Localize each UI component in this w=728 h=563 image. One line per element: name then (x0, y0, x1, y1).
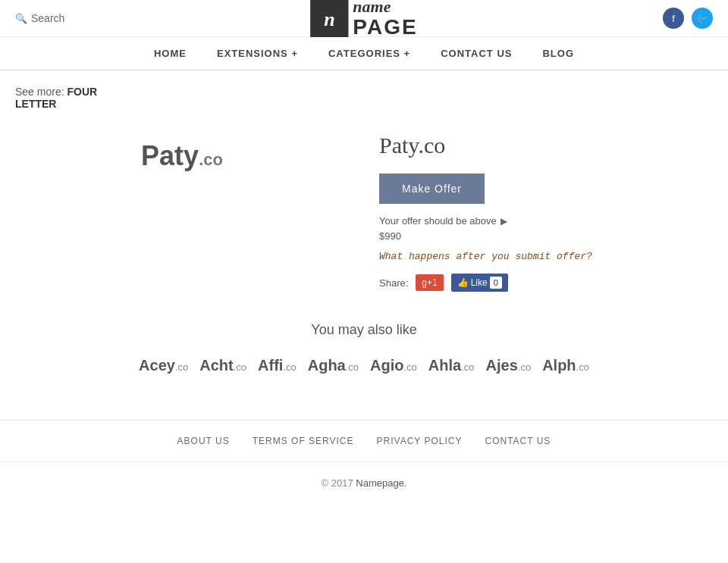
arrow-icon: ▶ (500, 216, 507, 227)
logo-name-text: name (353, 0, 417, 16)
offer-price: $990 (379, 230, 713, 242)
footer-nav: ABOUT US TERMS OF SERVICE PRIVACY POLICY… (0, 421, 728, 462)
twitter-bird-icon: 🐦 (696, 13, 708, 24)
nav-item-home[interactable]: HOME (154, 48, 187, 59)
domain-info: Paty.co Make Offer Your offer should be … (379, 125, 713, 292)
search-label: Search (31, 12, 64, 24)
list-item[interactable]: Acht.co (199, 357, 246, 374)
thumb-icon: 👍 (457, 277, 469, 288)
footer-namepage-link[interactable]: Namepage. (356, 477, 406, 489)
offer-hint: Your offer should be above ▶ (379, 215, 713, 227)
facebook-icon[interactable]: f (663, 8, 684, 29)
logo-icon: n (310, 0, 348, 37)
list-item[interactable]: Affi.co (258, 357, 297, 374)
search-icon: 🔍 (15, 13, 27, 24)
footer-about-us[interactable]: ABOUT US (177, 436, 230, 446)
footer-privacy[interactable]: PRIVACY POLICY (377, 436, 463, 446)
list-item[interactable]: Acey.co (139, 357, 188, 374)
nav-item-extensions[interactable]: EXTENSIONS + (217, 48, 298, 59)
main-nav: HOME EXTENSIONS + CATEGORIES + CONTACT U… (0, 37, 728, 70)
list-item[interactable]: Agio.co (370, 357, 417, 374)
see-more-label: See more: (15, 86, 64, 98)
logo[interactable]: n name PAGE (310, 0, 417, 39)
google-plus-button[interactable]: g+1 (416, 274, 443, 291)
footer-contact[interactable]: CONTACT US (485, 436, 551, 446)
also-like-title: You may also like (15, 322, 713, 338)
also-like-section: You may also like Acey.co Acht.co Affi.c… (15, 322, 713, 374)
nav-item-contact[interactable]: CONTACT US (441, 48, 512, 59)
facebook-like-button[interactable]: 👍 Like 0 (451, 274, 508, 292)
list-item[interactable]: Alph.co (542, 357, 589, 374)
domain-section: Paty.co Paty.co Make Offer Your offer sh… (15, 125, 713, 292)
list-item[interactable]: Agha.co (308, 357, 359, 374)
svg-text:n: n (324, 8, 334, 30)
social-links: f 🐦 (663, 8, 713, 29)
fb-count: 0 (490, 277, 502, 289)
header: 🔍 Search n name PAGE f 🐦 (0, 0, 728, 37)
footer: ABOUT US TERMS OF SERVICE PRIVACY POLICY… (0, 421, 728, 504)
twitter-icon[interactable]: 🐦 (692, 8, 713, 29)
nav-item-blog[interactable]: BLOG (542, 48, 574, 59)
domain-title: Paty.co (379, 133, 713, 158)
domain-cards: Acey.co Acht.co Affi.co Agha.co Agio.co … (15, 357, 713, 374)
nav-item-categories[interactable]: CATEGORIES + (328, 48, 410, 59)
logo-page-text: PAGE (353, 16, 417, 39)
share-label: Share: (379, 277, 408, 289)
footer-terms[interactable]: TERMS OF SERVICE (253, 436, 354, 446)
domain-logo-area: Paty.co (15, 125, 349, 292)
main-content: See more: FOUR LETTER Paty.co Paty.co Ma… (0, 70, 728, 405)
share-row: Share: g+1 👍 Like 0 (379, 274, 713, 292)
search-button[interactable]: 🔍 Search (15, 12, 64, 24)
breadcrumb: See more: FOUR LETTER (15, 86, 713, 110)
submit-offer-link[interactable]: What happens after you submit offer? (379, 251, 592, 262)
domain-logo-display: Paty.co (141, 140, 223, 172)
list-item[interactable]: Ajes.co (486, 357, 532, 374)
footer-copyright: © 2017 Namepage. (0, 462, 728, 504)
list-item[interactable]: Ahla.co (428, 357, 475, 374)
make-offer-button[interactable]: Make Offer (379, 174, 485, 204)
